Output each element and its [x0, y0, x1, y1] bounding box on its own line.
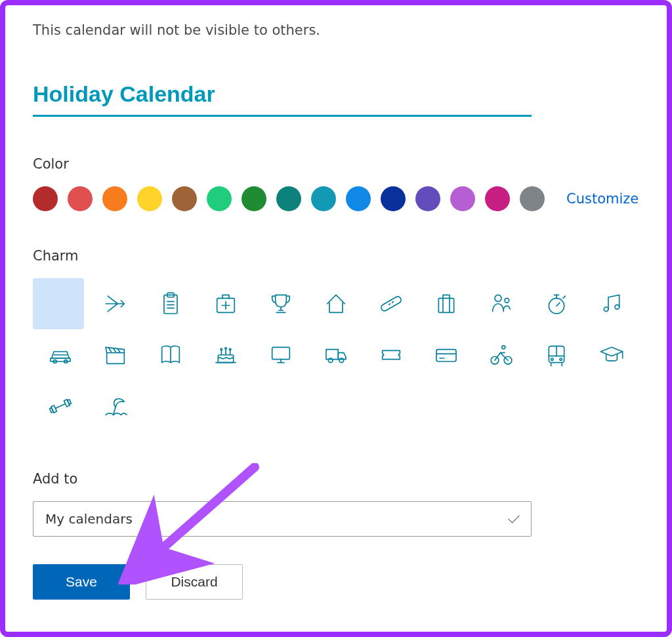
- charm-car-icon[interactable]: [33, 329, 88, 380]
- color-swatch-14[interactable]: [520, 186, 545, 211]
- visibility-hint: This calendar will not be visible to oth…: [33, 22, 639, 38]
- charm-stopwatch-icon[interactable]: [529, 278, 584, 329]
- charm-firstaid-icon[interactable]: [198, 278, 253, 329]
- color-swatch-13[interactable]: [485, 186, 510, 211]
- svg-rect-65: [68, 400, 72, 404]
- addto-dropdown-value: My calendars: [45, 511, 133, 527]
- charm-none-icon[interactable]: [33, 278, 84, 329]
- charm-airplane-icon[interactable]: [88, 278, 143, 329]
- svg-rect-11: [380, 295, 402, 312]
- charm-music-icon[interactable]: [584, 278, 639, 329]
- charm-bus-icon[interactable]: [529, 329, 584, 380]
- charm-people-icon[interactable]: [474, 278, 529, 329]
- calendar-name-field-wrap: [33, 81, 532, 117]
- charm-home-icon[interactable]: [308, 278, 364, 329]
- charm-suitcase-icon[interactable]: [419, 278, 474, 329]
- color-swatch-5[interactable]: [207, 186, 232, 211]
- svg-point-17: [495, 295, 501, 302]
- svg-point-39: [229, 348, 231, 350]
- charm-book-icon[interactable]: [143, 329, 198, 380]
- svg-point-25: [615, 305, 620, 310]
- charm-clipboard-icon[interactable]: [143, 278, 198, 329]
- color-swatch-7[interactable]: [276, 186, 301, 211]
- color-swatch-2[interactable]: [102, 186, 127, 211]
- charm-cycling-icon[interactable]: [474, 329, 529, 380]
- color-swatch-12[interactable]: [450, 186, 475, 211]
- charm-monitor-icon[interactable]: [253, 329, 308, 380]
- svg-point-56: [551, 358, 553, 360]
- color-swatch-4[interactable]: [172, 186, 197, 211]
- color-swatch-1[interactable]: [68, 186, 93, 211]
- save-button[interactable]: Save: [33, 564, 130, 600]
- charm-barbell-icon[interactable]: [33, 380, 88, 432]
- svg-line-12: [389, 304, 390, 305]
- svg-rect-41: [272, 347, 290, 359]
- action-button-row: Save Discard: [33, 564, 639, 600]
- addto-section-label: Add to: [33, 471, 532, 487]
- svg-line-13: [392, 302, 394, 303]
- color-swatch-8[interactable]: [311, 186, 336, 211]
- svg-rect-0: [164, 295, 177, 314]
- charm-bandage-icon[interactable]: [364, 278, 419, 329]
- svg-rect-64: [49, 408, 53, 413]
- charm-trophy-icon[interactable]: [253, 278, 308, 329]
- color-swatch-6[interactable]: [242, 186, 266, 211]
- svg-rect-29: [107, 353, 125, 364]
- svg-rect-47: [436, 350, 456, 361]
- svg-line-20: [556, 302, 560, 306]
- color-swatch-0[interactable]: [33, 186, 58, 211]
- svg-point-57: [560, 358, 562, 360]
- svg-point-18: [505, 298, 509, 303]
- charm-truck-icon[interactable]: [308, 329, 364, 380]
- svg-rect-14: [438, 298, 453, 313]
- svg-line-30: [109, 348, 111, 352]
- svg-rect-44: [326, 350, 338, 360]
- customize-color-link[interactable]: Customize: [566, 191, 639, 207]
- color-swatch-row: Customize: [33, 186, 639, 211]
- color-swatch-11[interactable]: [415, 186, 440, 211]
- charm-beach-icon[interactable]: [88, 380, 143, 432]
- color-swatch-10[interactable]: [381, 186, 406, 211]
- svg-point-37: [220, 348, 222, 350]
- discard-button[interactable]: Discard: [146, 564, 243, 600]
- calendar-name-input[interactable]: [33, 81, 532, 107]
- charm-cake-icon[interactable]: [198, 329, 253, 380]
- color-section-label: Color: [33, 156, 639, 172]
- svg-point-24: [604, 307, 608, 312]
- charm-graduation-icon[interactable]: [584, 329, 639, 380]
- svg-point-38: [225, 348, 227, 350]
- addto-dropdown[interactable]: My calendars: [33, 501, 532, 537]
- charm-ticket-icon[interactable]: [364, 329, 419, 380]
- chevron-down-icon: [508, 511, 520, 523]
- svg-line-23: [563, 296, 565, 298]
- charm-clapper-icon[interactable]: [88, 329, 143, 380]
- color-swatch-9[interactable]: [346, 186, 371, 211]
- charm-creditcard-icon[interactable]: [419, 329, 474, 380]
- svg-line-61: [55, 403, 65, 408]
- charm-section-label: Charm: [33, 248, 639, 264]
- svg-point-52: [502, 346, 505, 349]
- color-swatch-3[interactable]: [137, 186, 162, 211]
- charm-grid: [33, 278, 663, 432]
